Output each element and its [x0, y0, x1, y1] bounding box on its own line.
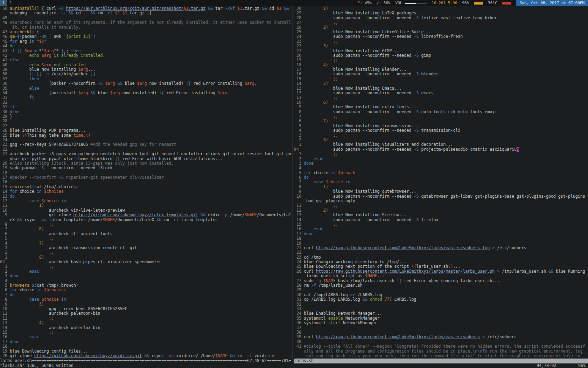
code-row: 35 else: [0, 86, 292, 91]
code-row: 14 sudo pacman --noconfirm --needed -S f…: [294, 218, 588, 222]
code-text: red Error installing: [164, 91, 218, 95]
line-number: 10: [0, 307, 7, 311]
code-text: $choice: [326, 180, 343, 184]
code-text: [66, 11, 69, 15]
code-text: https://raw.githubusercontent.com/LukeSm…: [316, 246, 490, 250]
code-row: 17done: [294, 232, 588, 236]
code-row: 20#Also installing i3lock, since i3-gaps…: [0, 161, 292, 166]
code-text: }: [10, 114, 12, 119]
line-number: 21: [294, 246, 301, 250]
code-text: -S: [414, 16, 419, 20]
code-text: then: [29, 77, 39, 81]
code-row: ybar-git python-pywal xfce-theme-blackbi…: [0, 157, 292, 161]
code-text: rsync: [149, 354, 166, 358]
line-number: 5: [294, 124, 301, 128]
code-text: $browsers: [44, 288, 66, 292]
code-text: $qm: [24, 49, 32, 53]
line-number: 14: [294, 81, 301, 86]
line-number: 36: [0, 81, 7, 86]
code-text: -f: [311, 283, 316, 288]
code-row: 41else: [0, 58, 292, 62]
code-text: $@: [39, 39, 44, 44]
code-text: aurcheck waterfox-bin: [10, 326, 100, 330]
code-row: 33 fi: [0, 95, 292, 100]
line-number: 25: [294, 30, 301, 34]
code-text: esac: [314, 157, 323, 161]
code-text: [227, 354, 230, 358]
code-row: 39curl https://raw.githubusercontent.com…: [294, 335, 588, 339]
code-row: 1 ;;: [0, 264, 292, 269]
line-number: 33: [294, 307, 301, 311]
code-row: 3done: [294, 161, 588, 166]
code-text: curl: [304, 335, 316, 339]
code-text: [304, 222, 333, 227]
code-row: 38 if [[ -e /usr/bin/packer ]]: [0, 72, 292, 76]
code-text: [47, 34, 49, 39]
left-pane-code[interactable]: 50aurinstall() { curl -O https://aur.arc…: [0, 6, 292, 359]
workspace-tag-2[interactable]: 2: [7, 0, 14, 6]
code-text: [304, 114, 333, 119]
code-row: out and log back in as your new user, th…: [294, 354, 588, 358]
volume-slider[interactable]: [405, 3, 427, 4]
line-number: 41: [0, 58, 7, 62]
code-text: ;;: [333, 133, 338, 138]
line-number: 12: [294, 91, 301, 95]
code-text: red Error with basic AUR installations..…: [120, 157, 223, 161]
code-row: 9 blue Now installing extra fonts...: [294, 105, 588, 109]
line-number: 8: [0, 222, 7, 227]
code-row: 8 sudo pacman --noconfirm --needed -S no…: [294, 110, 588, 114]
code-text: 8): [39, 255, 44, 260]
line-number: 18: [0, 344, 7, 349]
code-text: aurcheck bash-pipes cli-visualizer speed…: [10, 260, 161, 264]
code-row: 37: [294, 326, 588, 330]
code-text: in: [61, 297, 66, 302]
code-text: [103, 81, 105, 86]
code-text: [368, 297, 370, 302]
code-text: [304, 157, 314, 161]
code-text: systemctl: [304, 321, 328, 325]
line-number: 30: [294, 6, 301, 11]
disk-home-usage: ": 45%: [358, 0, 372, 6]
code-row: 17#packer --noconfirm -S ncpamixer-git s…: [0, 175, 292, 180]
line-number: 13: [294, 213, 301, 217]
code-text: then: [71, 49, 81, 53]
code-text: -e: [44, 72, 49, 76]
vertical-split-divider[interactable]: [292, 6, 294, 363]
code-text: &&: [201, 213, 205, 217]
code-text: choices=: [10, 185, 29, 189]
right-pane-code[interactable]: 30 1)29 blue Now installing LaTeX packag…: [294, 6, 588, 359]
line-number: 11: [0, 203, 7, 208]
line-number: 29: [0, 114, 7, 119]
code-row: 10 sudo pacman --noconfirm --needed -S q…: [294, 194, 588, 199]
code-text: ;;: [49, 236, 54, 241]
code-text: [[: [37, 72, 42, 76]
line-number: 14: [0, 189, 7, 194]
workspace-tag-1[interactable]: 1: [0, 0, 7, 6]
code-text: [304, 44, 323, 48]
code-text: blender: [419, 72, 438, 76]
line-number: 9: [0, 213, 7, 217]
code-text: $arg: [110, 91, 120, 95]
code-text: -S: [414, 128, 419, 133]
code-text: [10, 77, 29, 81]
code-text: [15, 49, 17, 53]
line-number: 39: [0, 67, 7, 72]
line-number: 3: [294, 161, 301, 166]
code-text: [10, 86, 29, 91]
code-text: blue Running: [553, 269, 585, 274]
code-row: 27sudo -u $NAME bash /tmp/larbs_user.sh …: [294, 279, 588, 283]
line-number: 22: [0, 147, 7, 152]
code-row: 4: [0, 279, 292, 283]
line-number: 45: [0, 39, 7, 44]
code-row: eX && rsync -va latex-templates /home/$N…: [0, 218, 292, 222]
code-row: 7 6): [0, 227, 292, 231]
code-text: qm=: [10, 34, 17, 39]
line-number: 15: [0, 185, 7, 189]
line-number: 20: [294, 53, 301, 58]
code-text: -Qm: [39, 34, 47, 39]
code-text: out and log back in as your new user, th…: [304, 354, 580, 358]
code-text: $NAME: [245, 213, 257, 217]
code-text: done: [10, 274, 20, 278]
code-text: [304, 208, 323, 213]
code-text: ;: [66, 49, 71, 53]
